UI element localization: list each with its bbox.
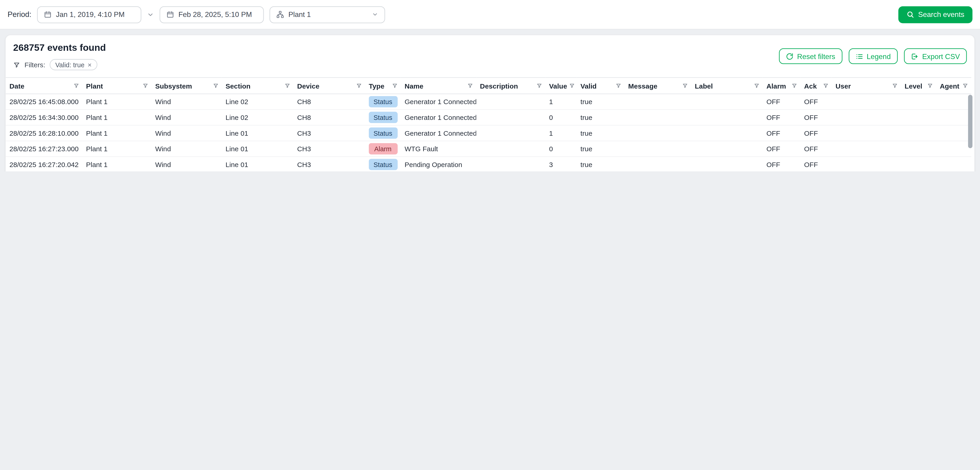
column-header[interactable]: Alarm [763, 78, 800, 94]
table-row[interactable]: 28/02/25 16:27:20.042 Plant 1 Wind Line … [6, 157, 971, 171]
column-header[interactable]: Ack [800, 78, 832, 94]
date-range-chevron-icon[interactable] [147, 11, 154, 18]
cell-section: Line 01 [222, 157, 293, 171]
cell-section: Line 01 [222, 125, 293, 141]
table-header-row: Date Plant Subsystem Section Dev [6, 78, 971, 94]
column-header[interactable]: Label [691, 78, 763, 94]
column-header[interactable]: Subsystem [151, 78, 222, 94]
cell-subsystem: Wind [151, 157, 222, 171]
column-header-label: Label [695, 82, 713, 89]
table-row[interactable]: 28/02/25 16:28:10.000 Plant 1 Wind Line … [6, 125, 971, 141]
column-filter-icon[interactable] [285, 83, 290, 89]
cell-value: 1 [545, 125, 577, 141]
column-filter-icon[interactable] [754, 83, 759, 89]
end-date-input[interactable]: Feb 28, 2025, 5:10 PM [160, 6, 264, 23]
column-header[interactable]: Plant [82, 78, 151, 94]
column-filter-icon[interactable] [392, 83, 398, 89]
column-filter-icon[interactable] [792, 83, 797, 89]
chip-close-icon[interactable]: × [88, 61, 92, 68]
cell-message [624, 157, 691, 171]
reset-filters-button[interactable]: Reset filters [779, 48, 842, 64]
cell-level [901, 110, 936, 125]
reset-filters-label: Reset filters [797, 52, 835, 60]
events-card: 268757 events found Filters: Valid: true… [5, 35, 975, 171]
column-filter-icon[interactable] [536, 83, 542, 89]
column-filter-icon[interactable] [963, 83, 968, 89]
search-events-button[interactable]: Search events [899, 6, 972, 23]
column-header-label: User [835, 82, 851, 89]
cell-description [476, 157, 546, 171]
column-header-label: Value [549, 82, 567, 89]
column-filter-icon[interactable] [928, 83, 933, 89]
column-header[interactable]: Valid [577, 78, 625, 94]
cell-type: Status [365, 94, 401, 110]
type-badge: Status [368, 127, 397, 139]
column-header-label: Description [480, 82, 518, 89]
cell-level [901, 94, 936, 110]
filter-chip-valid: Valid: true × [50, 59, 97, 70]
cell-label [691, 94, 763, 110]
cell-name: Generator 1 Connected [401, 94, 476, 110]
cell-device: CH3 [293, 157, 365, 171]
cell-value: 1 [545, 94, 577, 110]
type-badge: Status [368, 112, 397, 123]
calendar-icon [44, 11, 51, 18]
column-header[interactable]: User [832, 78, 901, 94]
column-header[interactable]: Name [401, 78, 476, 94]
column-filter-icon[interactable] [467, 83, 473, 89]
cell-alarm: OFF [763, 125, 800, 141]
column-header[interactable]: Description [476, 78, 546, 94]
cell-valid: true [577, 125, 625, 141]
column-filter-icon[interactable] [892, 83, 898, 89]
column-header[interactable]: Message [624, 78, 691, 94]
table-row[interactable]: 28/02/25 16:34:30.000 Plant 1 Wind Line … [6, 110, 971, 125]
column-header[interactable]: Type [365, 78, 401, 94]
cell-alarm: OFF [763, 157, 800, 171]
column-header-label: Date [10, 82, 24, 89]
cell-ack: OFF [800, 94, 832, 110]
cell-subsystem: Wind [151, 125, 222, 141]
column-filter-icon[interactable] [356, 83, 362, 89]
card-header: 268757 events found Filters: Valid: true… [6, 35, 975, 71]
column-header-label: Subsystem [155, 82, 192, 89]
column-header[interactable]: Date [6, 78, 83, 94]
column-header[interactable]: Value [545, 78, 577, 94]
cell-description [476, 110, 546, 125]
type-badge: Alarm [368, 143, 397, 154]
column-header-label: Ack [804, 82, 817, 89]
table-row[interactable]: 28/02/25 16:27:23.000 Plant 1 Wind Line … [6, 141, 971, 157]
legend-button[interactable]: Legend [848, 48, 897, 64]
column-header[interactable]: Level [901, 78, 936, 94]
column-filter-icon[interactable] [569, 83, 575, 89]
column-filter-icon[interactable] [73, 83, 79, 89]
card-header-buttons: Reset filters Legend Export CSV [779, 48, 967, 64]
cell-value: 3 [545, 157, 577, 171]
column-filter-icon[interactable] [213, 83, 219, 89]
cell-level [901, 125, 936, 141]
vertical-scrollbar-thumb[interactable] [968, 95, 972, 148]
period-bar: Period: Jan 1, 2019, 4:10 PM Feb 28, 202… [0, 0, 980, 30]
cell-date: 28/02/25 16:27:23.000 [6, 141, 83, 157]
export-csv-button[interactable]: Export CSV [904, 48, 967, 64]
cell-message [624, 125, 691, 141]
column-filter-icon[interactable] [616, 83, 621, 89]
column-filter-icon[interactable] [682, 83, 688, 89]
column-header-label: Section [226, 82, 250, 89]
cell-device: CH8 [293, 94, 365, 110]
plant-select[interactable]: Plant 1 [269, 6, 385, 23]
type-badge: Status [368, 96, 397, 107]
table-row[interactable]: 28/02/25 16:45:08.000 Plant 1 Wind Line … [6, 94, 971, 110]
table-body: 28/02/25 16:45:08.000 Plant 1 Wind Line … [6, 94, 971, 171]
export-icon [911, 52, 918, 60]
column-header[interactable]: Section [222, 78, 293, 94]
type-badge: Status [368, 159, 397, 170]
cell-ack: OFF [800, 125, 832, 141]
column-header[interactable]: Agent [936, 78, 971, 94]
cell-section: Line 02 [222, 94, 293, 110]
column-filter-icon[interactable] [823, 83, 829, 89]
column-filter-icon[interactable] [143, 83, 148, 89]
cell-agent [936, 94, 971, 110]
column-header[interactable]: Device [293, 78, 365, 94]
start-date-input[interactable]: Jan 1, 2019, 4:10 PM [37, 6, 141, 23]
cell-user [832, 110, 901, 125]
